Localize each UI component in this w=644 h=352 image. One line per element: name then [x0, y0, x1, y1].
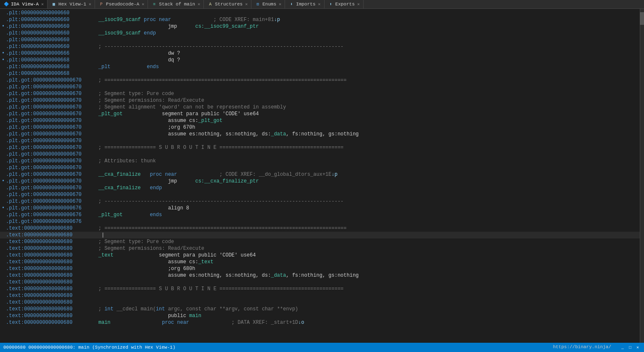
- tab-hex-view-1-label: Hex View-1: [58, 2, 86, 7]
- table-row: .plt.got:0000000000000670 _plt_got segme…: [0, 111, 640, 117]
- code-view[interactable]: .plt:0000000000000660 .plt:0000000000000…: [0, 9, 640, 343]
- tab-pseudocode-a[interactable]: P Pseudocode-A ✕: [95, 0, 148, 8]
- table-row: .plt:0000000000000668: [0, 70, 640, 77]
- tab-ida-view-a-close[interactable]: ✕: [41, 2, 44, 7]
- table-row: .plt:0000000000000660 __isoc99_scanf pro…: [0, 16, 640, 23]
- tab-hex-view-1[interactable]: ▦ Hex View-1 ✕: [48, 0, 95, 8]
- hex-view-1-icon: ▦: [51, 1, 57, 7]
- status-url: https://binary.ninja/: [553, 344, 611, 350]
- tab-imports-label: Imports: [296, 2, 315, 7]
- table-row: • .plt.got:0000000000000676 align 8: [0, 205, 640, 212]
- table-row: .text:0000000000000680 assume es:nothing…: [0, 272, 640, 279]
- pseudocode-a-icon: P: [98, 1, 104, 7]
- tab-imports-close[interactable]: ✕: [318, 2, 321, 7]
- status-right: https://binary.ninja/ _ □ ✕: [553, 344, 641, 350]
- table-row: .plt:0000000000000660 __isoc99_scanf end…: [0, 30, 640, 37]
- minimize-button[interactable]: _: [620, 344, 626, 350]
- tab-enums-label: Enums: [262, 2, 276, 7]
- table-row: .plt.got:0000000000000670 assume cs:_plt…: [0, 117, 640, 124]
- table-row: .text:0000000000000680: [0, 292, 640, 299]
- table-row: • .plt:0000000000000666 dw ?: [0, 50, 640, 57]
- table-row: .text:0000000000000680 _text segment par…: [0, 252, 640, 259]
- tab-imports[interactable]: ⬇ Imports ✕: [285, 0, 324, 8]
- table-row: .text:0000000000000680 ;org 680h: [0, 265, 640, 272]
- tab-pseudocode-a-close[interactable]: ✕: [142, 2, 144, 7]
- close-button[interactable]: ✕: [635, 344, 641, 350]
- status-text: 00000680 0000000000000680: main (Synchro…: [3, 345, 175, 350]
- tab-bar: 🔷 IDA View-A ✕ ▦ Hex View-1 ✕ P Pseudoco…: [0, 0, 644, 9]
- table-row: .text:0000000000000680: [0, 279, 640, 286]
- table-row: .text:0000000000000680 assume cs:_text: [0, 259, 640, 265]
- table-row: .plt:0000000000000660: [0, 37, 640, 43]
- tab-enums-close[interactable]: ✕: [279, 2, 281, 7]
- structures-icon: A: [207, 1, 213, 7]
- ida-view-a-icon: 🔷: [3, 1, 9, 7]
- maximize-button[interactable]: □: [627, 344, 633, 350]
- table-row: • .plt.got:0000000000000670 jmp cs:__cxa…: [0, 178, 640, 185]
- table-row: .plt.got:0000000000000670 assume es:noth…: [0, 131, 640, 138]
- tab-stack-of-main[interactable]: ≡ Stack of main ✕: [148, 0, 204, 8]
- status-bar: 00000680 0000000000000680: main (Synchro…: [0, 343, 644, 352]
- table-row: .text:0000000000000680 public main: [0, 312, 640, 319]
- table-row: .plt.got:0000000000000670 ;org 670h: [0, 124, 640, 131]
- table-row: • .plt:0000000000000660 jmp cs:__isoc99_…: [0, 23, 640, 30]
- table-row: .plt.got:0000000000000670: [0, 164, 640, 171]
- table-row: .plt.got:0000000000000670 __cxa_finalize…: [0, 185, 640, 191]
- table-row: .plt.got:0000000000000670 ; Segment alig…: [0, 104, 640, 111]
- tab-pseudocode-a-label: Pseudocode-A: [106, 2, 139, 7]
- table-row: .text:0000000000000680 ; Segment permiss…: [0, 245, 640, 252]
- table-row: .plt:0000000000000668 _plt ends: [0, 64, 640, 70]
- table-row: .plt.got:0000000000000676 _plt_got ends: [0, 212, 640, 218]
- tab-structures-label: Structures: [215, 2, 243, 7]
- table-row: .plt.got:0000000000000670 ; ============…: [0, 144, 640, 151]
- tab-exports[interactable]: ⬆ Exports ✕: [325, 0, 364, 8]
- table-row: .text:0000000000000680 ; ===============…: [0, 225, 640, 232]
- tab-ida-view-a-label: IDA View-A: [11, 2, 39, 7]
- table-row: .plt.got:0000000000000670: [0, 138, 640, 144]
- tab-structures-close[interactable]: ✕: [245, 2, 248, 7]
- table-row: .plt:0000000000000660: [0, 10, 640, 16]
- table-row: .plt.got:0000000000000670 ; Segment perm…: [0, 97, 640, 104]
- table-row: • .plt:0000000000000668 dq ?: [0, 57, 640, 64]
- table-row: .plt.got:0000000000000670 ; Attributes: …: [0, 158, 640, 164]
- table-row: .plt.got:0000000000000670: [0, 84, 640, 90]
- exports-icon: ⬆: [328, 1, 334, 7]
- tab-stack-of-main-label: Stack of main: [159, 2, 195, 7]
- table-row: .plt.got:0000000000000670: [0, 191, 640, 198]
- table-row: .plt.got:0000000000000670 __cxa_finalize…: [0, 171, 640, 178]
- table-row: .plt.got:0000000000000670 ; Segment type…: [0, 90, 640, 97]
- tab-exports-label: Exports: [335, 2, 355, 7]
- imports-icon: ⬇: [288, 1, 294, 7]
- vertical-scrollbar[interactable]: [640, 9, 644, 343]
- table-row: .text:0000000000000680: [0, 299, 640, 306]
- table-row: .plt.got:0000000000000670 ; ------------…: [0, 198, 640, 205]
- table-row: .plt:0000000000000660 ; ----------------…: [0, 43, 640, 50]
- table-row: .text:0000000000000680 ; int __cdecl mai…: [0, 306, 640, 312]
- enums-icon: ⊞: [255, 1, 261, 7]
- table-row: .plt.got:0000000000000676: [0, 218, 640, 225]
- table-row: .plt.got:0000000000000670: [0, 151, 640, 158]
- window-controls: _ □ ✕: [620, 344, 641, 350]
- table-row: .text:0000000000000680 |: [0, 232, 640, 238]
- tab-hex-view-1-close[interactable]: ✕: [89, 2, 91, 7]
- stack-of-main-icon: ≡: [151, 1, 157, 7]
- tab-stack-of-main-close[interactable]: ✕: [198, 2, 200, 7]
- main-area: .plt:0000000000000660 .plt:0000000000000…: [0, 9, 644, 343]
- scroll-thumb[interactable]: [640, 12, 644, 25]
- table-row: .plt.got:0000000000000670 ; ============…: [0, 77, 640, 84]
- tab-structures[interactable]: A Structures ✕: [204, 0, 251, 8]
- tab-enums[interactable]: ⊞ Enums ✕: [251, 0, 285, 8]
- table-row: .text:0000000000000680 ; ===============…: [0, 286, 640, 292]
- table-row: .text:0000000000000680 ; Segment type: P…: [0, 238, 640, 245]
- tab-exports-close[interactable]: ✕: [357, 2, 360, 7]
- table-row: .text:0000000000000680 main proc near ; …: [0, 319, 640, 326]
- tab-ida-view-a[interactable]: 🔷 IDA View-A ✕: [0, 0, 48, 8]
